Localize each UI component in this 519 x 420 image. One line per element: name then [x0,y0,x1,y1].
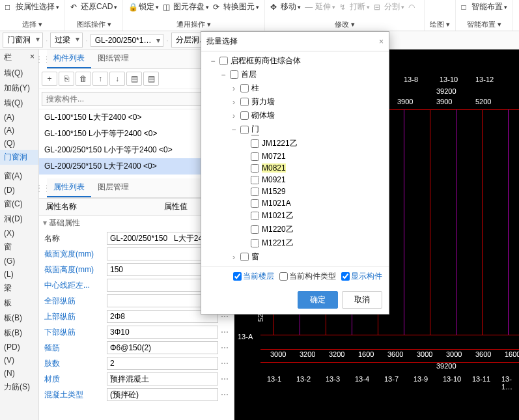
expand-icon[interactable]: − [209,57,217,66]
tree-checkbox[interactable] [251,239,259,247]
tree-checkbox[interactable] [240,253,249,261]
check-show-component[interactable]: 显示构件 [341,271,382,282]
tree-checkbox[interactable] [251,139,259,148]
tree-checkbox[interactable] [251,199,259,208]
toolbar-button[interactable]: 🗑 [76,72,91,86]
tree-node[interactable]: ›剪力墙 [206,95,384,109]
sidebar-item[interactable]: (A) [0,111,38,124]
tree-node[interactable]: M1220乙 [206,223,384,236]
ribbon-button[interactable]: ◠ [408,3,419,12]
ribbon-button[interactable]: ⊟分割 ▾ [374,1,404,12]
panel-tab[interactable]: 构件列表 [47,49,91,68]
tree-label[interactable]: 柱 [251,83,259,94]
sidebar-item[interactable]: 墙(Q) [0,96,38,111]
context-dropdown[interactable]: GL-200/250*1… [91,34,164,47]
sidebar-item[interactable]: 梁 [0,281,38,296]
property-label[interactable]: 上部纵筋 [42,311,107,322]
tree-node[interactable]: M0921 [206,174,384,186]
sidebar-item[interactable]: (L) [0,268,38,281]
toolbar-button[interactable]: ⎘ [59,72,74,86]
property-input[interactable] [107,372,218,385]
property-more-icon[interactable]: ⋯ [218,328,231,337]
property-label[interactable]: 中心线距左... [42,280,107,291]
ribbon-group-label[interactable]: 智能布置 ▾ [467,20,501,29]
property-input[interactable] [107,388,218,401]
tree-node[interactable]: −门 [206,122,384,137]
sidebar-item[interactable]: 洞(D) [0,212,38,227]
expand-icon[interactable]: › [230,98,238,107]
sidebar-tab[interactable]: 栏 [4,52,12,63]
close-icon[interactable]: × [30,52,35,63]
tree-checkbox[interactable] [240,126,249,134]
property-label[interactable]: 箍筋 [42,343,107,354]
property-input[interactable] [107,326,218,339]
toolbar-button[interactable]: ▤ [143,72,159,86]
tree-node[interactable]: M0721 [206,150,384,162]
tree-node[interactable]: ›砌体墙 [206,109,384,122]
tree-label[interactable]: 窗 [251,251,259,262]
tree-checkbox[interactable] [230,70,238,79]
tree-node[interactable]: M1021乙 [206,209,384,223]
tree-label[interactable]: M1220乙 [262,224,294,235]
panel-tab[interactable]: 图纸管理 [91,49,135,68]
property-label[interactable]: 名称 [42,233,107,244]
ribbon-group-label[interactable]: 修改 ▾ [335,20,355,29]
sidebar-item[interactable]: (X) [0,227,38,240]
ribbon-button[interactable]: □智能布置 ▾ [461,1,507,12]
tree-node[interactable]: JM1221乙 [206,137,384,150]
tree-label[interactable]: JM1221乙 [262,138,298,149]
toolbar-button[interactable]: ↑ [92,72,108,86]
tree-label[interactable]: 门 [251,124,259,135]
property-label[interactable]: 截面高度(mm) [42,264,107,275]
sidebar-item[interactable]: 墙(Q) [0,66,38,81]
sidebar-item[interactable]: (A) [0,124,38,137]
property-label[interactable]: 截面宽度(mm) [42,249,107,260]
property-more-icon[interactable]: ⋯ [218,390,231,399]
panel-tab[interactable]: 图层管理 [91,178,135,197]
tree-node[interactable]: ›柱 [206,81,384,95]
tree-checkbox[interactable] [240,84,249,92]
tree-node[interactable]: −首层 [206,68,384,81]
tree-label[interactable]: M1021乙 [262,210,294,221]
tree-label[interactable]: M0821 [262,163,286,173]
sidebar-item[interactable]: (N) [0,367,38,380]
property-input[interactable] [107,341,218,354]
toolbar-button[interactable]: ▤ [126,72,142,86]
toolbar-button[interactable]: ↓ [109,72,125,86]
tree-label[interactable]: M1021A [262,199,291,208]
context-dropdown[interactable]: 门窗洞 [3,33,43,48]
tree-label[interactable]: 剪力墙 [251,96,275,107]
sidebar-item[interactable]: 力筋(S) [0,380,38,395]
tree-checkbox[interactable] [219,57,228,65]
tree-label[interactable]: 首层 [241,69,257,80]
ribbon-button[interactable]: —延伸 ▾ [305,1,335,12]
expand-icon[interactable]: › [230,111,238,120]
toolbar-button[interactable]: + [42,72,57,86]
tree-checkbox[interactable] [251,212,259,220]
property-label[interactable]: 全部纵筋 [42,296,107,307]
sidebar-item[interactable]: (PD) [0,341,38,354]
ribbon-group-label[interactable]: 图纸操作 ▾ [77,20,111,29]
property-label[interactable]: 材质 [42,374,107,385]
tree-node[interactable]: M1021A [206,197,384,209]
tree-checkbox[interactable] [240,98,249,106]
sidebar-item[interactable]: 窗(C) [0,197,38,212]
tree-node[interactable]: M1221乙 [206,236,384,250]
cancel-button[interactable]: 取消 [342,291,382,309]
sidebar-item[interactable]: (V) [0,354,38,367]
ribbon-button[interactable]: ↶还原CAD ▾ [70,1,117,12]
sidebar-item[interactable]: 板 [0,296,38,311]
ribbon-button[interactable]: ↯打断 ▾ [339,1,370,12]
tree-node[interactable]: M0821 [206,162,384,174]
property-more-icon[interactable]: ⋯ [218,359,231,368]
sidebar-item[interactable]: 板(B) [0,326,38,341]
sidebar-item[interactable]: 板(B) [0,311,38,326]
sidebar-item[interactable]: 门窗洞 [0,150,38,165]
sidebar-item[interactable]: (G) [0,255,38,268]
drag-handle-icon[interactable]: ⋮⋮ [39,49,47,69]
property-label[interactable]: 肢数 [42,358,107,369]
tree-checkbox[interactable] [251,188,259,196]
close-icon[interactable]: × [379,37,384,46]
property-input[interactable] [107,357,218,370]
ribbon-group-label[interactable]: 通用操作 ▾ [176,20,211,29]
